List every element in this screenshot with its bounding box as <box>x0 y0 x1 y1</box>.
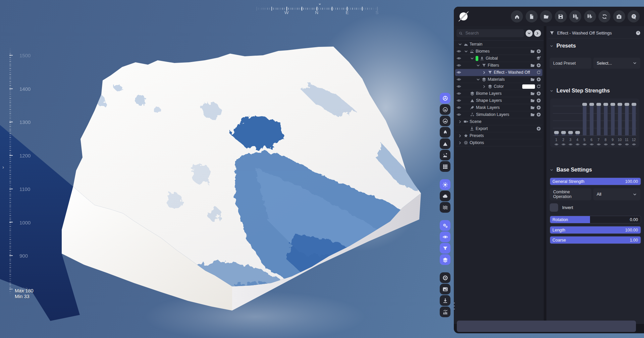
folder-icon[interactable] <box>530 63 535 68</box>
mountain-view-button[interactable] <box>440 104 450 115</box>
plus-icon[interactable] <box>536 91 541 96</box>
water-button[interactable] <box>440 202 450 213</box>
eye-icon[interactable] <box>632 142 636 146</box>
eye-icon[interactable] <box>604 142 608 146</box>
settings-gears-button[interactable] <box>440 220 450 231</box>
color-swatch[interactable] <box>522 84 535 89</box>
invert-checkbox[interactable] <box>550 203 558 212</box>
stats-chart-button[interactable] <box>440 307 450 317</box>
save-button[interactable] <box>555 10 567 22</box>
rotation-slider[interactable]: Rotation0.00 <box>550 216 641 223</box>
search-next-button[interactable] <box>534 30 541 37</box>
eye-icon[interactable] <box>576 142 580 146</box>
landscape-scene-button[interactable] <box>440 150 450 160</box>
eye-icon[interactable] <box>625 142 629 146</box>
tree-row-simulation-layers[interactable]: Simulation Layers <box>455 111 542 118</box>
eye-icon[interactable] <box>554 142 558 146</box>
panel-resize-handle[interactable] <box>453 302 455 313</box>
plus-icon[interactable] <box>536 63 541 68</box>
combine-operation-dropdown[interactable]: All <box>593 188 640 200</box>
level-step-slider-12[interactable]: 12 <box>631 98 637 147</box>
load-preset-dropdown[interactable]: Select... <box>593 58 640 69</box>
search-prev-button[interactable] <box>526 30 533 37</box>
level-step-slider-10[interactable]: 10 <box>616 98 623 147</box>
chevron-right-icon[interactable] <box>482 84 486 89</box>
slider-handle[interactable] <box>589 103 594 106</box>
folder-icon[interactable] <box>530 98 535 103</box>
tree-row-biomes[interactable]: Biomes <box>455 48 542 55</box>
eye-icon[interactable] <box>611 142 615 146</box>
level-step-slider-7[interactable]: 7 <box>595 98 602 147</box>
tree-row-scene[interactable]: Scene <box>455 118 542 125</box>
export-download-button[interactable] <box>440 295 450 306</box>
slider-handle[interactable] <box>568 131 573 134</box>
app-logo-icon[interactable] <box>458 11 469 22</box>
filters-button[interactable] <box>440 243 450 254</box>
grid-tiles-button[interactable] <box>440 161 450 172</box>
power-toggle-icon[interactable] <box>636 30 641 36</box>
eye-icon[interactable] <box>561 142 566 146</box>
layers-button[interactable] <box>440 254 450 265</box>
tree-row-terrain[interactable]: Terrain <box>455 41 542 48</box>
coarse-slider[interactable]: Coarse1.00 <box>550 236 641 244</box>
slider-handle[interactable] <box>618 103 622 106</box>
mountain-tool-button[interactable] <box>440 138 450 149</box>
tree-row-export[interactable]: Export <box>455 125 542 132</box>
home-button[interactable] <box>511 10 523 22</box>
general-strength-slider[interactable]: General Strength100.00 <box>550 178 641 185</box>
slider-handle[interactable] <box>610 103 615 106</box>
tree-row-materials[interactable]: Materials <box>455 76 542 83</box>
open-project-button[interactable] <box>540 10 552 22</box>
chevron-down-icon[interactable] <box>476 77 480 82</box>
level-step-slider-9[interactable]: 9 <box>609 98 616 147</box>
chevron-right-icon[interactable] <box>458 120 462 124</box>
tree-row-presets[interactable]: Presets <box>455 132 542 139</box>
eye-icon[interactable] <box>590 142 594 146</box>
range-view-button[interactable] <box>440 116 450 126</box>
new-file-button[interactable] <box>526 10 538 22</box>
chevron-down-icon[interactable] <box>464 49 468 54</box>
level-step-slider-3[interactable]: 3 <box>567 98 574 147</box>
search-input-box[interactable] <box>457 29 524 37</box>
plus-icon[interactable] <box>536 126 541 131</box>
save-edit-button[interactable] <box>584 10 596 22</box>
slider-handle[interactable] <box>575 131 580 134</box>
screenshot-button[interactable] <box>613 10 625 22</box>
layers-plus-icon[interactable] <box>536 56 541 61</box>
chevron-down-icon[interactable] <box>470 56 474 61</box>
slider-handle[interactable] <box>632 103 636 106</box>
weather-button[interactable] <box>440 191 450 201</box>
search-input[interactable] <box>465 30 522 36</box>
compass-bar[interactable]: ⌄ WNES <box>254 1 382 16</box>
folder-icon[interactable] <box>530 77 535 82</box>
folder-icon[interactable] <box>530 112 535 117</box>
slider-handle[interactable] <box>596 103 601 106</box>
slider-handle[interactable] <box>625 103 629 106</box>
chevron-right-icon[interactable] <box>482 70 486 75</box>
tree-row-effect-washed-off[interactable]: Effect - Washed Off <box>455 69 542 76</box>
eye-icon[interactable] <box>618 142 622 146</box>
level-steps-section-header[interactable]: Level Step Strengths <box>550 88 610 94</box>
refresh-icon[interactable] <box>536 70 541 75</box>
chevron-right-icon[interactable] <box>458 141 462 145</box>
slider-handle[interactable] <box>603 103 608 106</box>
plus-icon[interactable] <box>536 77 541 82</box>
plus-icon[interactable] <box>536 49 541 54</box>
plus-icon[interactable] <box>536 105 541 110</box>
folder-icon[interactable] <box>530 91 535 96</box>
level-step-slider-5[interactable]: 5 <box>581 98 588 147</box>
save-as-new-button[interactable] <box>569 10 581 22</box>
tree-row-color[interactable]: Color <box>455 83 542 90</box>
tree-row-global[interactable]: Global <box>455 55 542 62</box>
render-image-button[interactable] <box>440 284 450 294</box>
record-button[interactable] <box>440 272 450 283</box>
tree-row-biome-layers[interactable]: Biome Layers <box>455 90 542 97</box>
eye-icon[interactable] <box>597 142 601 146</box>
base-settings-section-header[interactable]: Base Settings <box>550 167 592 173</box>
tree-row-mask-layers[interactable]: Mask Layers <box>455 104 542 111</box>
eye-icon[interactable] <box>569 142 573 146</box>
presets-section-header[interactable]: Presets <box>550 43 576 49</box>
folder-icon[interactable] <box>530 105 535 110</box>
level-step-slider-8[interactable]: 8 <box>602 98 609 147</box>
level-step-slider-2[interactable]: 2 <box>560 98 567 147</box>
